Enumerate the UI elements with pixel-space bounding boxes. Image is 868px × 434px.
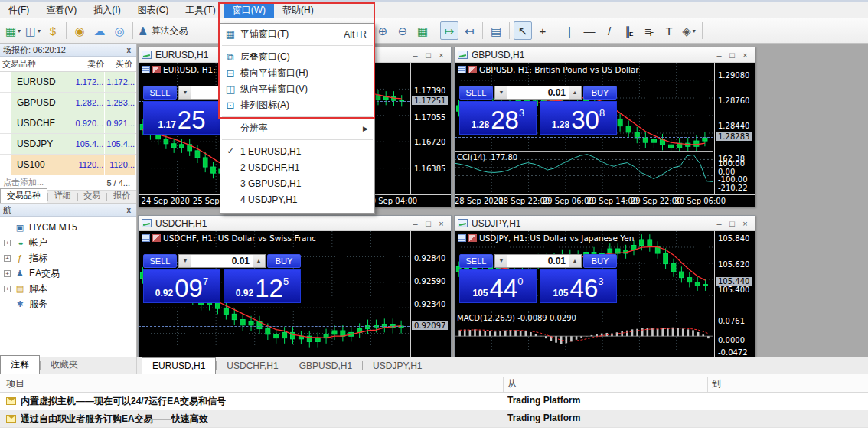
templates-button[interactable]: ▤ bbox=[487, 21, 505, 40]
volume-down-button[interactable]: ▼ bbox=[179, 86, 191, 99]
chart-type-icon[interactable] bbox=[152, 234, 161, 242]
zoom-out-button[interactable]: ⊖ bbox=[393, 21, 412, 40]
volume-value[interactable]: 0.01 bbox=[507, 255, 569, 267]
chart-type-icon[interactable] bbox=[152, 66, 161, 73]
auto-scroll-button[interactable]: ↦ bbox=[440, 21, 458, 40]
menu-item-tile-horizontal[interactable]: ⊟横向平铺窗口(H) bbox=[220, 65, 374, 81]
minimize-button[interactable]: – bbox=[713, 51, 726, 60]
fibonacci-button[interactable]: ≡F bbox=[640, 21, 658, 40]
chart-tab[interactable]: USDCHF,H1 bbox=[217, 358, 288, 374]
market-watch-row[interactable]: USDJPY105.4...105.4... bbox=[0, 134, 136, 155]
minimize-button[interactable]: – bbox=[409, 51, 422, 60]
buy-price-box[interactable]: 0.92125 bbox=[224, 269, 301, 303]
text-button[interactable]: T bbox=[660, 21, 678, 40]
expand-icon[interactable]: + bbox=[4, 240, 11, 246]
close-icon[interactable]: x bbox=[124, 46, 133, 54]
volume-down-button[interactable]: ▼ bbox=[495, 255, 507, 267]
chart-tab[interactable]: USDJPY,H1 bbox=[363, 358, 432, 374]
menubar-item[interactable]: 插入(I) bbox=[85, 3, 129, 18]
sell-button[interactable]: SELL bbox=[143, 254, 177, 268]
profiles-button[interactable]: ◫▾ bbox=[24, 21, 42, 40]
maximize-button[interactable]: □ bbox=[422, 219, 435, 228]
vertical-line-button[interactable]: | bbox=[560, 21, 579, 40]
menu-item-arrange-icons[interactable]: ⊡排列图标(A) bbox=[220, 97, 374, 113]
symbols-button[interactable]: $ bbox=[44, 21, 62, 40]
signals-button[interactable]: ◎ bbox=[110, 21, 129, 40]
tile-windows-button[interactable]: ▦ bbox=[413, 21, 432, 40]
market-watch-row[interactable]: USDCHF0.920...0.921... bbox=[0, 113, 136, 134]
menubar-item[interactable]: 帮助(H) bbox=[274, 3, 322, 18]
menu-item-window-2[interactable]: 2 USDCHF,H1 bbox=[220, 159, 374, 175]
algo-trading-button[interactable]: ♟算法交易 bbox=[137, 21, 188, 40]
close-button[interactable]: × bbox=[739, 51, 752, 60]
sell-price-box[interactable]: 0.92097 bbox=[143, 269, 220, 303]
menu-item-tile-windows[interactable]: ▦平铺窗口(T)Alt+R bbox=[220, 26, 374, 42]
market-watch-tab[interactable]: 报价 bbox=[107, 189, 136, 203]
menubar-item[interactable]: 图表(C) bbox=[129, 3, 178, 18]
chart-tab[interactable]: GBPUSD,H1 bbox=[289, 358, 362, 374]
navigator-item[interactable]: ▣HYCM MT5 bbox=[0, 220, 136, 235]
zoom-in-button[interactable]: ⊕ bbox=[374, 21, 392, 40]
quotes-table-icon[interactable] bbox=[142, 234, 150, 242]
menu-item-tile-vertical[interactable]: ◫纵向平铺窗口(V) bbox=[220, 81, 374, 97]
chart-shift-button[interactable]: ↤ bbox=[460, 21, 478, 40]
horizontal-line-button[interactable]: — bbox=[580, 21, 599, 40]
minimize-button[interactable]: – bbox=[713, 219, 726, 228]
buy-button[interactable]: BUY bbox=[583, 254, 617, 268]
volume-value[interactable]: 0.01 bbox=[191, 255, 253, 267]
maximize-button[interactable]: □ bbox=[422, 51, 435, 60]
buy-price-box[interactable]: 105463 bbox=[540, 269, 617, 303]
volume-up-button[interactable]: ▲ bbox=[253, 255, 265, 267]
market-watch-row[interactable]: GBPUSD1.282...1.283... bbox=[0, 93, 136, 113]
close-button[interactable]: × bbox=[739, 219, 752, 228]
sell-button[interactable]: SELL bbox=[143, 86, 177, 100]
volume-down-button[interactable]: ▼ bbox=[495, 86, 507, 99]
close-button[interactable]: × bbox=[435, 219, 448, 228]
trendline-button[interactable]: / bbox=[600, 21, 618, 40]
sell-price-box[interactable]: 1.1725 bbox=[143, 101, 220, 135]
menu-item-window-4[interactable]: 4 USDJPY,H1 bbox=[220, 191, 374, 207]
shapes-button[interactable]: ◈▾ bbox=[680, 21, 698, 40]
chart-window-titlebar[interactable]: USDJPY,H1–□× bbox=[455, 216, 755, 231]
market-watch-row[interactable]: US1001120...1120... bbox=[0, 155, 136, 175]
menu-item-window-3[interactable]: 3 GBPUSD,H1 bbox=[220, 175, 374, 191]
menu-item-window-1[interactable]: ✓1 EURUSD,H1 bbox=[220, 143, 374, 159]
navigator-item[interactable]: +●●帐户 bbox=[0, 235, 136, 250]
menu-item-cascade-windows[interactable]: ⧉层叠窗口(C) bbox=[220, 49, 374, 65]
click-to-add[interactable]: 点击添加... bbox=[0, 177, 106, 188]
navigator-item[interactable]: +♟EA交易 bbox=[0, 266, 136, 281]
navigator-item[interactable]: ✱服务 bbox=[0, 296, 136, 312]
market-button[interactable]: ◉ bbox=[70, 21, 89, 40]
menubar-item[interactable]: 查看(V) bbox=[38, 3, 85, 18]
expand-icon[interactable]: + bbox=[4, 270, 11, 277]
toolbox-tab[interactable]: 注释 bbox=[0, 355, 40, 374]
navigator-item[interactable]: +▤脚本 bbox=[0, 281, 136, 296]
buy-button[interactable]: BUY bbox=[267, 254, 301, 268]
volume-down-button[interactable]: ▼ bbox=[179, 255, 191, 267]
new-chart-button[interactable]: ▦▾ bbox=[4, 21, 22, 40]
news-row[interactable]: 内置虚拟主机——现在可以24/7运行EA交易和信号Trading Platfor… bbox=[0, 393, 868, 410]
quotes-table-icon[interactable] bbox=[458, 66, 466, 73]
market-watch-tab[interactable]: 详细 bbox=[48, 189, 77, 203]
chart-window-titlebar[interactable]: GBPUSD,H1–□× bbox=[455, 47, 755, 63]
news-row[interactable]: 通过自由职业者服务订购EA交易——快速高效Trading Platform bbox=[0, 410, 868, 428]
sell-button[interactable]: SELL bbox=[459, 86, 493, 100]
minimize-button[interactable]: – bbox=[409, 219, 422, 228]
cursor-button[interactable]: ↖ bbox=[514, 21, 532, 40]
close-button[interactable]: × bbox=[435, 51, 448, 60]
menu-item-resolution[interactable]: 分辨率▶ bbox=[220, 120, 374, 136]
sell-price-box[interactable]: 1.28283 bbox=[459, 101, 537, 135]
chart-type-icon[interactable] bbox=[468, 66, 477, 73]
maximize-button[interactable]: □ bbox=[726, 51, 739, 60]
chart-window-titlebar[interactable]: USDCHF,H1–□× bbox=[139, 216, 451, 231]
navigator-item[interactable]: +ƒ指标 bbox=[0, 250, 136, 266]
sell-price-box[interactable]: 105440 bbox=[459, 269, 537, 303]
volume-up-button[interactable]: ▲ bbox=[569, 86, 581, 99]
menubar-item[interactable]: 件(F) bbox=[0, 3, 38, 18]
expand-icon[interactable]: + bbox=[4, 255, 11, 262]
market-watch-row[interactable]: EURUSD1.172...1.172... bbox=[0, 72, 136, 93]
market-watch-tab[interactable]: 交易品种 bbox=[0, 188, 47, 203]
quotes-table-icon[interactable] bbox=[458, 234, 466, 242]
chart-tab[interactable]: EURUSD,H1 bbox=[142, 357, 216, 374]
buy-button[interactable]: BUY bbox=[583, 86, 617, 100]
